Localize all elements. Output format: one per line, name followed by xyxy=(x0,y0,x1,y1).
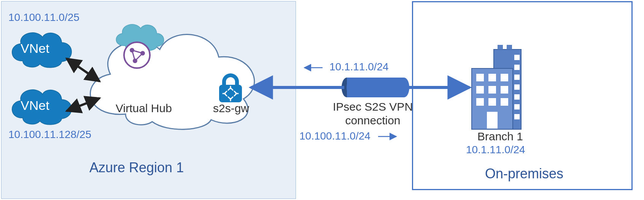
tunnel-label-line1: IPsec S2S VPN xyxy=(323,100,422,113)
svg-point-11 xyxy=(347,78,357,97)
tunnel-inbound-cidr: 10.1.11.0/24 xyxy=(329,61,389,73)
vnet2-cidr: 10.100.11.128/25 xyxy=(8,129,91,141)
s2s-gw-label: s2s-gw xyxy=(213,102,249,115)
azure-region-title: Azure Region 1 xyxy=(89,160,184,176)
branch-label: Branch 1 xyxy=(474,130,527,143)
branch-cidr: 10.1.11.0/24 xyxy=(466,144,525,156)
tunnel-label-line2: connection xyxy=(323,114,422,127)
onprem-region-box xyxy=(412,1,633,190)
vnet1-label: VNet xyxy=(21,41,49,56)
vpn-tunnel-icon xyxy=(342,78,409,97)
onprem-region-title: On-premises xyxy=(485,166,563,182)
svg-point-10 xyxy=(399,78,409,97)
svg-point-8 xyxy=(342,78,352,97)
vnet2-label: VNet xyxy=(21,98,49,113)
svg-rect-9 xyxy=(347,78,404,97)
tunnel-outbound-cidr: 10.100.11.0/24 xyxy=(299,130,370,142)
virtual-hub-label: Virtual Hub xyxy=(116,102,172,115)
vnet1-cidr: 10.100.11.0/25 xyxy=(8,11,80,24)
